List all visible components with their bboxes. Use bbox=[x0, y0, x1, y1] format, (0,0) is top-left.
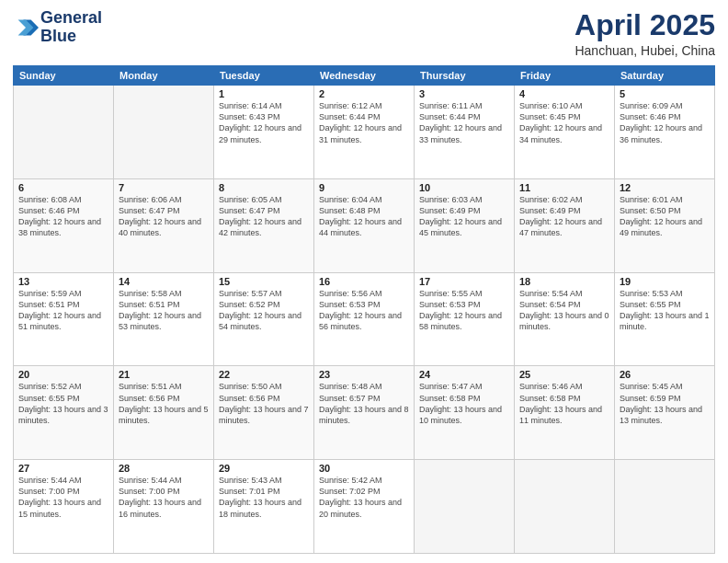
table-row: 21Sunrise: 5:51 AMSunset: 6:56 PMDayligh… bbox=[114, 366, 214, 460]
table-row: 22Sunrise: 5:50 AMSunset: 6:56 PMDayligh… bbox=[214, 366, 314, 460]
day-info: Sunrise: 5:44 AMSunset: 7:00 PMDaylight:… bbox=[18, 475, 108, 520]
day-info: Sunrise: 6:04 AMSunset: 6:48 PMDaylight:… bbox=[319, 194, 409, 239]
table-row: 1Sunrise: 6:14 AMSunset: 6:43 PMDaylight… bbox=[214, 86, 314, 179]
table-row: 12Sunrise: 6:01 AMSunset: 6:50 PMDayligh… bbox=[615, 178, 715, 272]
location-title: Hanchuan, Hubei, China bbox=[574, 43, 715, 58]
day-info: Sunrise: 6:11 AMSunset: 6:44 PMDaylight:… bbox=[419, 100, 509, 145]
day-info: Sunrise: 5:59 AMSunset: 6:51 PMDaylight:… bbox=[18, 288, 108, 333]
table-row: 30Sunrise: 5:42 AMSunset: 7:02 PMDayligh… bbox=[314, 460, 415, 554]
weekday-saturday: Saturday bbox=[615, 66, 715, 86]
day-info: Sunrise: 5:45 AMSunset: 6:59 PMDaylight:… bbox=[620, 381, 710, 426]
table-row bbox=[615, 460, 715, 554]
day-number: 3 bbox=[419, 88, 509, 99]
day-info: Sunrise: 6:02 AMSunset: 6:49 PMDaylight:… bbox=[519, 194, 609, 239]
day-info: Sunrise: 6:01 AMSunset: 6:50 PMDaylight:… bbox=[620, 194, 710, 239]
logo: General Blue bbox=[13, 9, 102, 46]
day-info: Sunrise: 6:12 AMSunset: 6:44 PMDaylight:… bbox=[319, 100, 409, 145]
day-number: 2 bbox=[319, 88, 409, 99]
day-info: Sunrise: 5:57 AMSunset: 6:52 PMDaylight:… bbox=[219, 288, 309, 333]
day-number: 11 bbox=[519, 182, 609, 193]
day-info: Sunrise: 5:44 AMSunset: 7:00 PMDaylight:… bbox=[119, 475, 209, 520]
logo-text-blue: Blue bbox=[40, 28, 102, 46]
table-row: 29Sunrise: 5:43 AMSunset: 7:01 PMDayligh… bbox=[214, 460, 314, 554]
day-info: Sunrise: 5:43 AMSunset: 7:01 PMDaylight:… bbox=[219, 475, 309, 520]
week-row-0: 1Sunrise: 6:14 AMSunset: 6:43 PMDaylight… bbox=[14, 86, 715, 179]
week-row-3: 20Sunrise: 5:52 AMSunset: 6:55 PMDayligh… bbox=[14, 366, 715, 460]
day-number: 30 bbox=[319, 463, 409, 474]
day-number: 23 bbox=[319, 369, 409, 380]
weekday-wednesday: Wednesday bbox=[314, 66, 415, 86]
table-row: 13Sunrise: 5:59 AMSunset: 6:51 PMDayligh… bbox=[14, 272, 114, 366]
week-row-4: 27Sunrise: 5:44 AMSunset: 7:00 PMDayligh… bbox=[14, 460, 715, 554]
day-number: 8 bbox=[219, 182, 309, 193]
day-info: Sunrise: 5:46 AMSunset: 6:58 PMDaylight:… bbox=[519, 381, 609, 426]
day-number: 6 bbox=[18, 182, 108, 193]
table-row: 6Sunrise: 6:08 AMSunset: 6:46 PMDaylight… bbox=[14, 178, 114, 272]
day-info: Sunrise: 6:09 AMSunset: 6:46 PMDaylight:… bbox=[620, 100, 710, 145]
table-row: 11Sunrise: 6:02 AMSunset: 6:49 PMDayligh… bbox=[515, 178, 615, 272]
table-row: 17Sunrise: 5:55 AMSunset: 6:53 PMDayligh… bbox=[415, 272, 515, 366]
day-number: 4 bbox=[519, 88, 609, 99]
day-number: 29 bbox=[219, 463, 309, 474]
header: General Blue April 2025 Hanchuan, Hubei,… bbox=[13, 9, 715, 58]
day-number: 27 bbox=[18, 463, 108, 474]
day-number: 21 bbox=[119, 369, 209, 380]
weekday-tuesday: Tuesday bbox=[214, 66, 314, 86]
table-row: 28Sunrise: 5:44 AMSunset: 7:00 PMDayligh… bbox=[114, 460, 214, 554]
day-number: 17 bbox=[419, 276, 509, 287]
day-info: Sunrise: 5:50 AMSunset: 6:56 PMDaylight:… bbox=[219, 381, 309, 426]
weekday-thursday: Thursday bbox=[415, 66, 515, 86]
table-row bbox=[114, 86, 214, 179]
table-row: 25Sunrise: 5:46 AMSunset: 6:58 PMDayligh… bbox=[515, 366, 615, 460]
day-number: 16 bbox=[319, 276, 409, 287]
day-number: 26 bbox=[620, 369, 710, 380]
table-row: 27Sunrise: 5:44 AMSunset: 7:00 PMDayligh… bbox=[14, 460, 114, 554]
day-info: Sunrise: 6:06 AMSunset: 6:47 PMDaylight:… bbox=[119, 194, 209, 239]
day-number: 25 bbox=[519, 369, 609, 380]
day-info: Sunrise: 5:53 AMSunset: 6:55 PMDaylight:… bbox=[620, 288, 710, 333]
table-row: 5Sunrise: 6:09 AMSunset: 6:46 PMDaylight… bbox=[615, 86, 715, 179]
table-row: 18Sunrise: 5:54 AMSunset: 6:54 PMDayligh… bbox=[515, 272, 615, 366]
day-info: Sunrise: 6:14 AMSunset: 6:43 PMDaylight:… bbox=[219, 100, 309, 145]
weekday-row: SundayMondayTuesdayWednesdayThursdayFrid… bbox=[14, 66, 715, 86]
day-number: 12 bbox=[620, 182, 710, 193]
month-title: April 2025 bbox=[574, 9, 715, 41]
logo-text-general: General bbox=[40, 9, 102, 28]
day-info: Sunrise: 6:08 AMSunset: 6:46 PMDaylight:… bbox=[18, 194, 108, 239]
table-row bbox=[515, 460, 615, 554]
page: General Blue April 2025 Hanchuan, Hubei,… bbox=[0, 0, 728, 563]
title-block: April 2025 Hanchuan, Hubei, China bbox=[574, 9, 715, 58]
day-number: 20 bbox=[18, 369, 108, 380]
day-number: 28 bbox=[119, 463, 209, 474]
table-row: 15Sunrise: 5:57 AMSunset: 6:52 PMDayligh… bbox=[214, 272, 314, 366]
day-info: Sunrise: 6:10 AMSunset: 6:45 PMDaylight:… bbox=[519, 100, 609, 145]
day-info: Sunrise: 6:03 AMSunset: 6:49 PMDaylight:… bbox=[419, 194, 509, 239]
calendar-table: SundayMondayTuesdayWednesdayThursdayFrid… bbox=[13, 65, 715, 554]
day-info: Sunrise: 5:52 AMSunset: 6:55 PMDaylight:… bbox=[18, 381, 108, 426]
day-info: Sunrise: 5:58 AMSunset: 6:51 PMDaylight:… bbox=[119, 288, 209, 333]
logo-icon bbox=[13, 15, 39, 40]
table-row: 4Sunrise: 6:10 AMSunset: 6:45 PMDaylight… bbox=[515, 86, 615, 179]
day-number: 22 bbox=[219, 369, 309, 380]
weekday-sunday: Sunday bbox=[14, 66, 114, 86]
table-row: 3Sunrise: 6:11 AMSunset: 6:44 PMDaylight… bbox=[415, 86, 515, 179]
day-number: 1 bbox=[219, 88, 309, 99]
weekday-friday: Friday bbox=[515, 66, 615, 86]
weekday-monday: Monday bbox=[114, 66, 214, 86]
day-number: 5 bbox=[620, 88, 710, 99]
day-info: Sunrise: 5:47 AMSunset: 6:58 PMDaylight:… bbox=[419, 381, 509, 426]
table-row: 24Sunrise: 5:47 AMSunset: 6:58 PMDayligh… bbox=[415, 366, 515, 460]
table-row: 16Sunrise: 5:56 AMSunset: 6:53 PMDayligh… bbox=[314, 272, 415, 366]
table-row: 2Sunrise: 6:12 AMSunset: 6:44 PMDaylight… bbox=[314, 86, 415, 179]
day-number: 7 bbox=[119, 182, 209, 193]
day-number: 18 bbox=[519, 276, 609, 287]
day-info: Sunrise: 5:55 AMSunset: 6:53 PMDaylight:… bbox=[419, 288, 509, 333]
week-row-2: 13Sunrise: 5:59 AMSunset: 6:51 PMDayligh… bbox=[14, 272, 715, 366]
day-number: 9 bbox=[319, 182, 409, 193]
calendar-body: 1Sunrise: 6:14 AMSunset: 6:43 PMDaylight… bbox=[14, 86, 715, 554]
day-info: Sunrise: 5:56 AMSunset: 6:53 PMDaylight:… bbox=[319, 288, 409, 333]
table-row bbox=[415, 460, 515, 554]
day-number: 10 bbox=[419, 182, 509, 193]
table-row: 14Sunrise: 5:58 AMSunset: 6:51 PMDayligh… bbox=[114, 272, 214, 366]
week-row-1: 6Sunrise: 6:08 AMSunset: 6:46 PMDaylight… bbox=[14, 178, 715, 272]
